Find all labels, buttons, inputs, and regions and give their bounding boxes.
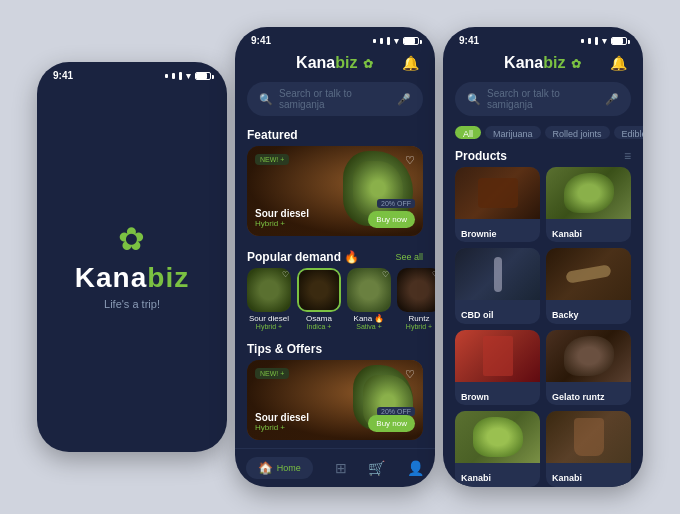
cart-nav-item[interactable]: 🛒 <box>368 460 385 476</box>
phone-home: 9:41 ▾ Kanabiz ✿ 🔔 🔍 Search or tal <box>235 27 435 487</box>
search-bar-2[interactable]: 🔍 Search or talk to samiganja 🎤 <box>247 82 423 116</box>
popular-img-1: ♡ <box>247 268 291 312</box>
bell-icon[interactable]: 🔔 <box>402 55 419 71</box>
bell-icon-3[interactable]: 🔔 <box>610 55 627 71</box>
products-grid: Brownie $10 Edibles Kanabi $25 <box>443 167 643 487</box>
signal-9 <box>595 37 598 45</box>
profile-nav-item[interactable]: 👤 <box>407 460 424 476</box>
buy-button[interactable]: Buy now <box>368 211 415 228</box>
header-leaf-icon: ✿ <box>363 57 373 71</box>
product-info-kanabi: Kanabi $25 Indica <box>546 219 631 243</box>
status-bar-2: 9:41 ▾ <box>235 27 435 50</box>
bottom-nav: 🏠 Home ⊞ 🛒 👤 <box>235 448 435 487</box>
wifi-icon-2: ▾ <box>394 36 399 46</box>
tips-buy-button[interactable]: Buy now <box>368 415 415 432</box>
home-icon: 🏠 <box>258 461 273 475</box>
search-placeholder-3: Search or talk to samiganja <box>487 88 599 110</box>
tips-card-name: Sour diesel <box>255 412 309 423</box>
time-1: 9:41 <box>53 70 73 81</box>
popular-header: Popular demand 🔥 See all <box>235 244 435 268</box>
product-card-kanabi2[interactable]: Kanabi $20 Onn <box>455 411 540 487</box>
popular-type-3: Sativa + <box>347 323 391 330</box>
cat-tab-rolled[interactable]: Rolled joints <box>545 126 610 139</box>
product-card-gelato[interactable]: Gelato runtz $70 Hybrid <box>546 330 631 406</box>
product-card-backy[interactable]: Backy $20 Rolled joints <box>546 248 631 324</box>
battery-icon-3 <box>611 37 627 45</box>
product-name-brown: Brown <box>461 392 489 402</box>
popular-scroll: ♡ Sour diesel Hybrid + Osama Indica + ♡ <box>235 268 435 336</box>
tips-heart-icon[interactable]: ♡ <box>405 368 415 381</box>
battery-icon-2 <box>403 37 419 45</box>
popular-name-3: Kana 🔥 <box>347 314 391 323</box>
cat-tab-edibles[interactable]: Edibles <box>614 126 643 139</box>
status-bar-1: 9:41 ▾ <box>37 62 227 85</box>
cat-tab-marijuana[interactable]: Marijuana <box>485 126 541 139</box>
category-tabs: All Marijuana Rolled joints Edibles CBD … <box>443 122 643 143</box>
featured-card[interactable]: NEW! + ♡ Sour diesel Hybrid + 20% OFF Bu… <box>247 146 423 236</box>
search-bar-3[interactable]: 🔍 Search or talk to samiganja 🎤 <box>455 82 631 116</box>
product-card-kanabi3[interactable]: Kanabi $10 <box>546 411 631 487</box>
heart-icon-1: ♡ <box>282 270 289 279</box>
product-name-cbd: CBD oil <box>461 310 494 320</box>
product-card-brownie[interactable]: Brownie $10 Edibles <box>455 167 540 243</box>
home-nav-item[interactable]: 🏠 Home <box>246 457 313 479</box>
product-info-kanabi3: Kanabi $10 <box>546 463 631 487</box>
product-name-kanabi2: Kanabi <box>461 473 491 483</box>
product-card-cbd[interactable]: CBD oil $20 CBD oil <box>455 248 540 324</box>
product-img-backy <box>546 248 631 300</box>
phone-products: 9:41 ▾ Kanabiz ✿ 🔔 🔍 Search or tal <box>443 27 643 487</box>
product-name-kanabi: Kanabi <box>552 229 582 239</box>
signal-4 <box>373 39 376 43</box>
grid-icon: ⊞ <box>335 460 347 476</box>
product-img-kanabi2 <box>455 411 540 463</box>
filter-icon[interactable]: ≡ <box>624 149 631 163</box>
status-bar-3: 9:41 ▾ <box>443 27 643 50</box>
popular-item-1[interactable]: ♡ Sour diesel Hybrid + <box>247 268 291 330</box>
cat-tab-all[interactable]: All <box>455 126 481 139</box>
splash-content: ✿ Kanabiz Life's a trip! <box>37 85 227 445</box>
signal-1 <box>165 74 168 78</box>
popular-item-2[interactable]: Osama Indica + <box>297 268 341 330</box>
featured-title: Featured <box>247 128 298 142</box>
popular-name-1: Sour diesel <box>247 314 291 323</box>
search-placeholder-2: Search or talk to samiganja <box>279 88 391 110</box>
status-icons-3: ▾ <box>581 36 627 46</box>
card-name: Sour diesel <box>255 208 309 219</box>
signal-5 <box>380 38 383 44</box>
search-icon-2: 🔍 <box>259 93 273 106</box>
new-badge: NEW! + <box>255 154 289 165</box>
product-img-brown <box>455 330 540 382</box>
product-card-brown[interactable]: Brown $5 Rolled joints <box>455 330 540 406</box>
popular-type-1: Hybrid + <box>247 323 291 330</box>
product-info-cbd: CBD oil $20 CBD oil <box>455 300 540 324</box>
popular-img-3: ♡ <box>347 268 391 312</box>
time-2: 9:41 <box>251 35 271 46</box>
popular-name-4: Runtz <box>397 314 435 323</box>
status-icons-2: ▾ <box>373 36 419 46</box>
tips-card[interactable]: NEW! + ♡ Sour diesel Hybrid + 20% OFF Bu… <box>247 360 423 440</box>
time-3: 9:41 <box>459 35 479 46</box>
heart-icon-4: ♡ <box>432 270 435 279</box>
grid-nav-item[interactable]: ⊞ <box>335 460 347 476</box>
tips-header: Tips & Offers <box>235 336 435 360</box>
signal-7 <box>581 39 584 43</box>
signal-2 <box>172 73 175 79</box>
popular-item-3[interactable]: ♡ Kana 🔥 Sativa + <box>347 268 391 330</box>
mic-icon-3[interactable]: 🎤 <box>605 93 619 106</box>
see-all-popular[interactable]: See all <box>395 252 423 262</box>
cannabis-leaf-icon: ✿ <box>75 220 189 258</box>
popular-img-2 <box>297 268 341 312</box>
heart-icon[interactable]: ♡ <box>405 154 415 167</box>
popular-img-4: ♡ <box>397 268 435 312</box>
card-info: Sour diesel Hybrid + <box>255 208 309 228</box>
tips-new-badge: NEW! + <box>255 368 289 379</box>
popular-item-4[interactable]: ♡ Runtz Hybrid + <box>397 268 435 330</box>
signal-6 <box>387 37 390 45</box>
mic-icon-2[interactable]: 🎤 <box>397 93 411 106</box>
product-card-kanabi[interactable]: Kanabi $25 Indica <box>546 167 631 243</box>
bud-img-runtz <box>397 268 435 312</box>
popular-type-2: Indica + <box>297 323 341 330</box>
header-logo-3: Kanabiz ✿ <box>504 54 582 72</box>
signal-8 <box>588 38 591 44</box>
discount-badge: 20% OFF <box>377 199 415 208</box>
